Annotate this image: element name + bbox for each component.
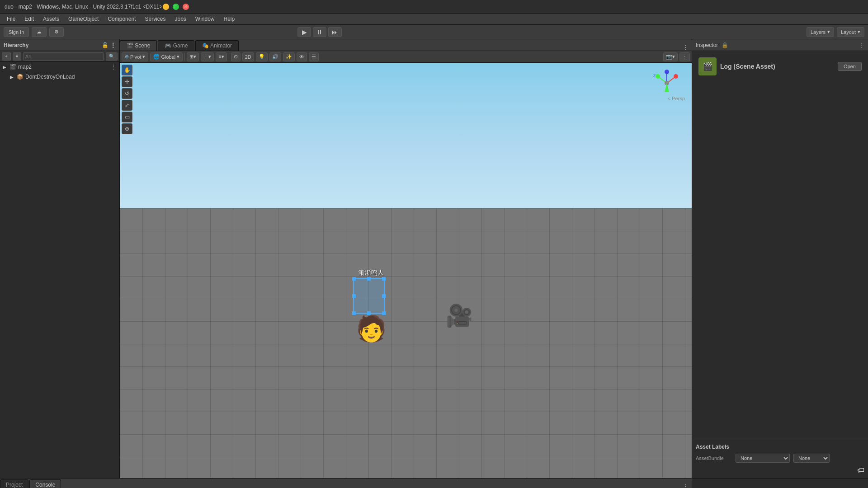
- scene-gizmo: x z < Persp: [651, 67, 687, 103]
- hierarchy-add-button[interactable]: +: [2, 52, 11, 61]
- move-tool-button[interactable]: ✛: [122, 76, 132, 87]
- hierarchy-toolbar: + ▾ 🔍: [0, 51, 119, 62]
- light-button[interactable]: 💡: [256, 52, 268, 61]
- asset-labels-icon[interactable]: 🏷: [857, 466, 864, 474]
- pivot-arrow-icon: ▾: [142, 54, 145, 60]
- hand-tool-button[interactable]: ✋: [122, 65, 132, 75]
- menu-window[interactable]: Window: [191, 15, 219, 23]
- grid-button[interactable]: ⊞▾: [187, 52, 199, 61]
- svg-point-4: [656, 74, 660, 79]
- gizmo-x-label: x: [674, 73, 676, 78]
- more-button[interactable]: ⋮: [679, 52, 690, 61]
- minimize-button[interactable]: —: [163, 4, 169, 10]
- gizmos-button[interactable]: ≡▾: [216, 52, 226, 61]
- cloud-button[interactable]: ☁: [32, 27, 47, 37]
- selection-box: [353, 278, 385, 314]
- bottom-panel: Project Console ⋮ Clear Collapse Error P…: [0, 478, 868, 488]
- tab-scene-icon: 🎬: [127, 42, 133, 49]
- overlay-button[interactable]: ☰: [309, 52, 319, 61]
- handle-tl: [352, 277, 356, 281]
- inspector-asset-item: 🎬 Log (Scene Asset) Open: [696, 55, 864, 78]
- tree-more-map2[interactable]: ⋮: [110, 63, 117, 70]
- toolbar-right: Layers ▾ Layout ▾: [807, 27, 864, 37]
- tree-arrow-map2: ▶: [3, 65, 9, 70]
- transform-tool-button[interactable]: ⊕: [122, 123, 132, 134]
- hide-button[interactable]: 👁: [297, 52, 307, 61]
- scene-viewport[interactable]: ✋ ✛ ↺ ⤢ ▭ ⊕ 渐渐鸣人: [120, 63, 692, 478]
- scene-grid: [120, 208, 692, 478]
- play-button[interactable]: ▶: [297, 27, 311, 37]
- rect-tool-button[interactable]: ▭: [122, 112, 132, 122]
- gizmo-z-label: z: [653, 73, 656, 78]
- close-button[interactable]: ✕: [183, 4, 189, 10]
- scene-sky: [120, 63, 692, 229]
- tab-console[interactable]: Console: [29, 479, 61, 488]
- settings-button[interactable]: ⚙: [49, 27, 64, 37]
- scale-tool-button[interactable]: ⤢: [122, 100, 132, 111]
- asset-bundle-label: AssetBundle: [696, 455, 732, 461]
- inspector-lock-icon[interactable]: 🔒: [722, 42, 728, 48]
- tab-project[interactable]: Project: [0, 479, 28, 488]
- tree-item-map2[interactable]: ▶ 🎬 map2 ⋮: [0, 62, 119, 72]
- asset-bundle-select[interactable]: None: [736, 454, 790, 463]
- tab-scene[interactable]: 🎬 Scene: [120, 40, 157, 51]
- global-label: Global: [161, 54, 175, 60]
- menu-services[interactable]: Services: [140, 15, 170, 23]
- hierarchy-search-input[interactable]: [23, 52, 104, 61]
- scene-icon-map2: 🎬: [9, 63, 16, 70]
- sign-in-button[interactable]: Sign In: [4, 27, 29, 37]
- scene-toolbar: ⊕ Pivot ▾ 🌐 Global ▾ ⊞▾ ⋮▾ ≡▾ ⊙ 2D 💡 🔊 ✨…: [120, 51, 692, 63]
- inspector-more-icon[interactable]: ⋮: [859, 42, 864, 48]
- tab-animator[interactable]: 🎭 Animator: [195, 40, 239, 51]
- layout-dropdown[interactable]: Layout ▾: [837, 27, 864, 37]
- menu-bar: File Edit Assets GameObject Component Se…: [0, 14, 868, 25]
- maximize-button[interactable]: □: [173, 4, 179, 10]
- open-button[interactable]: Open: [838, 62, 862, 71]
- global-dropdown[interactable]: 🌐 Global ▾: [150, 52, 183, 61]
- hierarchy-more-icon[interactable]: ⋮: [110, 42, 116, 48]
- hierarchy-lock-icon[interactable]: 🔓: [102, 42, 108, 48]
- snap-button[interactable]: ⋮▾: [201, 52, 214, 61]
- tab-game[interactable]: 🎮 Game: [158, 40, 194, 51]
- asset-variant-select[interactable]: None: [793, 454, 830, 463]
- console-tabs: Project Console ⋮: [0, 479, 692, 488]
- menu-jobs[interactable]: Jobs: [170, 15, 190, 23]
- audio-button[interactable]: 🔊: [269, 52, 281, 61]
- menu-component[interactable]: Component: [103, 15, 140, 23]
- effects-button[interactable]: ✨: [283, 52, 295, 61]
- pivot-dropdown[interactable]: ⊕ Pivot ▾: [122, 52, 148, 61]
- tree-item-dontdestroy[interactable]: ▶ 📦 DontDestroyOnLoad: [0, 72, 119, 82]
- step-button[interactable]: ⏭: [328, 27, 342, 37]
- menu-gameobject[interactable]: GameObject: [64, 15, 103, 23]
- console-more-icon[interactable]: ⋮: [683, 483, 692, 488]
- asset-labels-icon-row: 🏷: [696, 466, 864, 474]
- layout-label: Layout: [841, 29, 856, 35]
- menu-file[interactable]: File: [2, 15, 20, 23]
- menu-edit[interactable]: Edit: [20, 15, 38, 23]
- hierarchy-search-icon-btn[interactable]: 🔍: [106, 52, 118, 61]
- persp-label: < Persp: [668, 96, 685, 101]
- 2d-button[interactable]: 2D: [242, 52, 254, 61]
- hierarchy-title: Hierarchy: [4, 42, 102, 48]
- camera-object[interactable]: 🎥: [446, 303, 473, 328]
- separator-2: [229, 53, 229, 61]
- layout-arrow-icon: ▾: [858, 29, 860, 35]
- camera-dropdown-button[interactable]: 📷▾: [663, 52, 678, 61]
- layers-dropdown[interactable]: Layers ▾: [807, 27, 834, 37]
- gameobject-icon-dontdestroy: 📦: [16, 73, 24, 80]
- tree-label-map2: map2: [18, 64, 32, 70]
- inspector-header: Inspector 🔒 ⋮: [692, 39, 868, 51]
- layers-label: Layers: [811, 29, 826, 35]
- pause-button[interactable]: ⏸: [313, 27, 326, 37]
- separator-1: [184, 53, 185, 61]
- menu-assets[interactable]: Assets: [38, 15, 64, 23]
- hierarchy-dropdown-button[interactable]: ▾: [13, 52, 21, 61]
- inspector-bottom-panel: [692, 479, 868, 488]
- pivot-icon: ⊕: [125, 54, 129, 60]
- view-tabs-more[interactable]: ⋮: [683, 44, 692, 51]
- center-view-button[interactable]: ⊙: [231, 52, 241, 61]
- character-container[interactable]: 渐渐鸣人 🧑: [349, 269, 394, 341]
- asset-bundle-row: AssetBundle None None: [696, 454, 864, 463]
- menu-help[interactable]: Help: [219, 15, 240, 23]
- rotate-tool-button[interactable]: ↺: [122, 88, 132, 99]
